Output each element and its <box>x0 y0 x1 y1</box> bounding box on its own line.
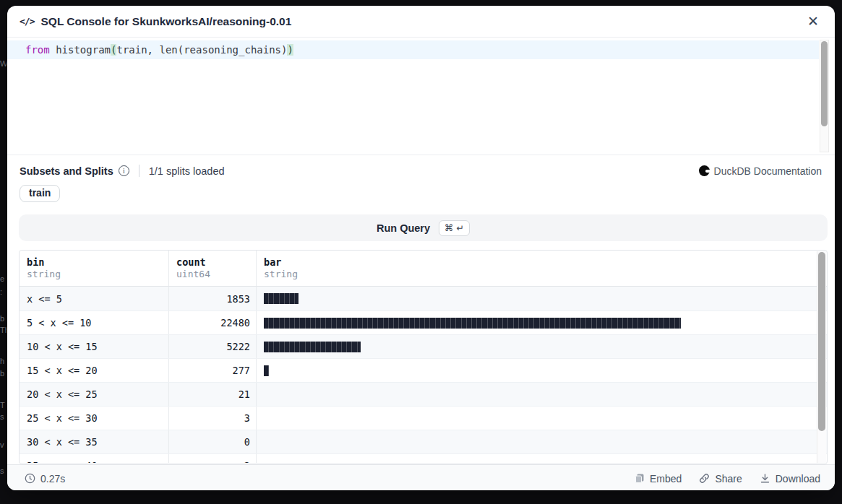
query-duration: 0.27s <box>25 473 65 485</box>
modal-footer: 0.27s EmbedShareDownload <box>7 464 835 490</box>
sql-editor[interactable]: from histogram(train, len(reasoning_chai… <box>7 38 835 155</box>
background-text-fragment: b <box>0 369 7 378</box>
info-icon[interactable]: i <box>119 165 129 176</box>
clock-icon <box>25 473 35 484</box>
query-segment-plain: train, len(reasoning_chains) <box>116 44 287 56</box>
background-text-fragment: Th <box>0 326 7 334</box>
background-text-fragment: T <box>0 401 7 409</box>
divider <box>139 165 139 177</box>
duckdb-documentation-link[interactable]: DuckDB Documentation <box>699 165 822 177</box>
code-icon: </> <box>20 16 34 27</box>
query-segment-bracket: ) <box>287 44 293 56</box>
download-label: Download <box>776 473 820 485</box>
table-scrollbar[interactable] <box>817 251 826 463</box>
cell-bar <box>257 311 827 334</box>
table-scrollbar-thumb[interactable] <box>818 252 825 431</box>
table-row: 30 < x <= 350 <box>20 430 827 453</box>
split-chip-train[interactable]: train <box>20 185 60 202</box>
background-text-fragment: s <box>0 412 7 421</box>
background-text-fragment: h <box>0 357 7 365</box>
table-row: 15 < x <= 20277 <box>20 358 827 382</box>
histogram-bar <box>264 342 361 352</box>
duration-value: 0.27s <box>40 473 65 485</box>
editor-scrollbar-thumb[interactable] <box>821 41 828 126</box>
cell-bin: 30 < x <= 35 <box>20 430 169 453</box>
query-line[interactable]: from histogram(train, len(reasoning_chai… <box>7 40 819 59</box>
table-row: x <= 51853 <box>20 287 827 310</box>
column-type: uint64 <box>176 269 249 279</box>
query-segment-keyword: from <box>25 44 50 56</box>
run-query-label: Run Query <box>377 222 430 234</box>
share-button[interactable]: Share <box>699 473 742 485</box>
cell-bin: x <= 5 <box>20 287 169 310</box>
cell-count: 22480 <box>169 311 257 334</box>
background-text-fragment: e <box>0 274 7 283</box>
cell-count: 5222 <box>169 335 257 358</box>
cell-bar <box>257 287 827 310</box>
cell-bin: 25 < x <= 30 <box>20 407 169 430</box>
cell-bin: 15 < x <= 20 <box>20 359 169 382</box>
kbd-key: ⌘ <box>444 222 454 233</box>
table-header-row: binstringcountuint64barstring <box>20 251 827 287</box>
cell-count: 1853 <box>169 287 257 310</box>
download-icon <box>760 473 770 484</box>
results-table: binstringcountuint64barstring x <= 51853… <box>19 250 828 464</box>
column-name: bin <box>27 256 161 268</box>
histogram-bar <box>264 318 681 329</box>
table-row: 25 < x <= 303 <box>20 406 827 430</box>
column-header-count: countuint64 <box>169 251 257 286</box>
table-row: 10 < x <= 155222 <box>20 334 827 358</box>
column-header-bin: binstring <box>20 251 169 286</box>
background-text-fragment: b <box>0 314 7 323</box>
embed-label: Embed <box>650 473 682 485</box>
duckdb-documentation-label: DuckDB Documentation <box>714 165 822 177</box>
cell-bar <box>257 383 827 406</box>
close-icon[interactable]: ✕ <box>804 13 822 30</box>
download-button[interactable]: Download <box>760 473 820 485</box>
column-header-bar: barstring <box>257 251 827 286</box>
split-chips: train <box>20 185 822 202</box>
subsets-section: Subsets and Splits i 1/1 splits loaded D… <box>7 155 835 210</box>
histogram-bar <box>264 365 269 376</box>
background-text-fragment: : <box>0 287 7 296</box>
table-row: 35 < x <= 402 <box>20 453 827 463</box>
share-icon <box>699 473 710 484</box>
query-segment-plain: histogram <box>50 44 111 56</box>
cell-bar <box>257 454 827 463</box>
embed-button[interactable]: Embed <box>635 473 682 485</box>
cell-count: 3 <box>169 407 257 430</box>
cell-bin: 20 < x <= 25 <box>20 383 169 406</box>
modal-title: SQL Console for SkunkworksAI/reasoning-0… <box>40 15 291 28</box>
background-text-fragment: s <box>0 466 7 475</box>
kbd-key: ↵ <box>457 222 464 233</box>
cell-count: 2 <box>169 454 257 463</box>
cell-bar <box>257 407 827 430</box>
histogram-bar <box>264 293 298 304</box>
cell-bar <box>257 335 827 358</box>
column-type: string <box>27 269 161 279</box>
background-text-fragment: W <box>0 59 7 68</box>
column-type: string <box>264 269 820 279</box>
share-label: Share <box>715 473 742 485</box>
column-name: count <box>176 256 249 268</box>
cell-count: 0 <box>169 430 257 453</box>
footer-actions: EmbedShareDownload <box>635 473 820 485</box>
modal-header: </> SQL Console for SkunkworksAI/reasoni… <box>7 6 835 38</box>
splits-loaded-status: 1/1 splits loaded <box>149 165 225 177</box>
cell-bin: 10 < x <= 15 <box>20 335 169 358</box>
background-text-fragment: v <box>0 440 7 449</box>
cell-bin: 35 < x <= 40 <box>20 454 169 463</box>
editor-scrollbar[interactable] <box>820 40 829 152</box>
cell-count: 21 <box>169 383 257 406</box>
cell-bar <box>257 430 827 453</box>
column-name: bar <box>264 256 820 268</box>
table-body: x <= 518535 < x <= 102248010 < x <= 1552… <box>20 287 827 463</box>
cell-bin: 5 < x <= 10 <box>20 311 169 334</box>
cell-count: 277 <box>169 359 257 382</box>
run-query-button[interactable]: Run Query ⌘↵ <box>19 214 828 241</box>
subsets-heading: Subsets and Splits <box>20 165 113 177</box>
kbd-shortcut-badge: ⌘↵ <box>439 220 470 236</box>
table-row: 5 < x <= 1022480 <box>20 310 827 334</box>
cell-bar <box>257 359 827 382</box>
sql-console-modal: </> SQL Console for SkunkworksAI/reasoni… <box>7 6 835 490</box>
